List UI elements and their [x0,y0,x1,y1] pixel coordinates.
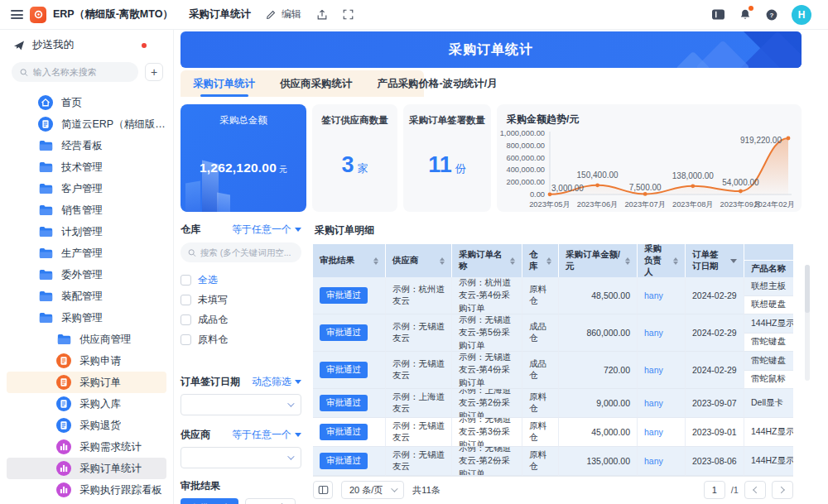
sidebar-item-10[interactable]: 采购管理 [7,307,166,329]
sidebar-item-17[interactable]: 采购订单统计 [7,458,166,479]
owner-cell[interactable]: hany [637,314,685,352]
sidebar-item-18[interactable]: 采购执行跟踪看板 [7,479,166,501]
sidebar-item-9[interactable]: 装配管理 [7,286,166,307]
table-row[interactable]: 审批通过示例：杭州道友云示例：杭州道友云-第4份采购订单原料仓48,500.00… [313,277,793,314]
approval-option-0[interactable]: 审批通过 [181,498,238,504]
owner-cell[interactable]: hany [637,418,685,447]
column-header-3[interactable]: 仓库 [522,244,558,277]
sort-icon[interactable] [546,257,551,265]
product-name-cell: 雷蛇键盘 [744,333,793,352]
doc-icon [56,375,71,390]
help-button[interactable]: ? [765,8,778,22]
sidebar-item-2[interactable]: 经营看板 [7,135,166,156]
app-logo-icon[interactable] [30,7,46,23]
sidebar-item-1[interactable]: 简道云ERP（精细版-离散MT... [7,113,166,135]
table-scrollbar[interactable] [805,265,810,381]
tab-0[interactable]: 采购订单统计 [181,70,267,97]
panel-icon [711,8,725,21]
sidebar-item-13[interactable]: 采购订单 [7,372,166,393]
edit-button[interactable]: 编辑 [266,7,301,22]
product-cells: 144HZ显示器 [744,447,793,476]
warehouse-option-1[interactable]: 未填写 [181,290,301,310]
approval-badge: 审批通过 [320,395,368,411]
fullscreen-button[interactable] [343,9,354,20]
user-avatar[interactable]: H [792,5,811,25]
owner-cell[interactable]: hany [637,447,685,476]
sidebar-item-15[interactable]: 采购退货 [7,415,166,436]
owner-cell[interactable]: hany [637,277,685,314]
sign-date-operator-dropdown[interactable]: 动态筛选 [252,375,301,389]
sidebar-item-3[interactable]: 技术管理 [7,156,166,178]
column-header-2[interactable]: 采购订单名称 [451,244,522,277]
warehouse-operator-dropdown[interactable]: 等于任意一个 [232,223,301,237]
card-decor [185,180,200,212]
copy-to-me-item[interactable]: 抄送我的 [0,30,173,57]
supplier-operator-dropdown[interactable]: 等于任意一个 [232,428,301,442]
sidebar-item-14[interactable]: 采购入库 [7,393,166,415]
warehouse-option-2[interactable]: 成品仓 [181,310,301,329]
page-size-select[interactable]: 20 条/页 [341,481,404,499]
stat-card-supplier-count[interactable]: 签订供应商数量 3家 [312,104,397,212]
tab-2[interactable]: 产品采购价格-波动统计/月 [365,70,510,97]
next-page-button[interactable] [772,481,793,499]
stat-title: 采购订单签署数量 [403,104,491,127]
sidebar-item-6[interactable]: 计划管理 [7,221,166,242]
checkbox[interactable] [181,314,191,325]
tab-1[interactable]: 供应商采购统计 [267,70,365,97]
column-header-4[interactable]: 采购订单金额/元 [558,244,637,277]
stat-card-total-amount[interactable]: 采购总金额 1,262,120.00元 [181,104,306,212]
sort-icon[interactable] [625,257,630,265]
sign-date-select[interactable] [181,394,301,415]
checkbox[interactable] [181,275,191,286]
add-button[interactable]: + [145,63,163,81]
sidebar-item-7[interactable]: 生产管理 [7,242,166,264]
sidebar-item-16[interactable]: 采购需求统计 [7,436,166,458]
sort-desc-icon[interactable] [730,259,737,263]
stat-card-order-count[interactable]: 采购订单签署数量 11份 [403,104,491,212]
column-header-6[interactable]: 订单签订日期 [685,244,744,277]
column-header-5[interactable]: 采购负责人 [637,244,685,277]
table-row[interactable]: 审批通过示例：上海道友云示例：上海道友云-第2份采购订单原料仓9,000.00h… [313,389,793,418]
table-row[interactable]: 审批通过示例：无锡道友云示例：无锡道友云-第2份采购订单原料仓135,000.0… [313,447,793,476]
supplier-select[interactable] [181,447,301,468]
sort-icon[interactable] [510,257,515,265]
sidebar-item-0[interactable]: 首页 [7,92,166,113]
warehouse-search-input[interactable] [200,247,294,257]
owner-cell[interactable]: hany [637,352,685,389]
sidebar-item-11[interactable]: 供应商管理 [7,329,166,350]
menu-icon[interactable] [11,10,23,19]
order-name-cell: 示例：无锡道友云-第2份采购订单 [451,447,522,476]
checkbox[interactable] [181,295,191,305]
column-header-0[interactable]: 审批结果 [313,244,385,277]
column-header-1[interactable]: 供应商 [385,244,451,277]
sidebar-search-input[interactable] [33,67,130,77]
doc-icon [56,418,71,433]
warehouse-option-0[interactable]: 全选 [181,270,301,290]
warehouse-search-box[interactable] [181,242,301,262]
owner-cell[interactable]: hany [637,389,685,418]
share-button[interactable] [316,9,328,21]
sort-icon[interactable] [373,257,378,265]
table-row[interactable]: 审批通过示例：无锡道友云示例：无锡道友云-第5份采购订单成品仓860,000.0… [313,314,793,352]
warehouse-cell: 原料仓 [522,277,558,314]
table-row[interactable]: 审批通过示例：无锡道友云示例：无锡道友云-第3份采购订单原料仓45,000.00… [313,418,793,447]
warehouse-option-3[interactable]: 原料仓 [181,329,301,349]
table-row[interactable]: 审批通过示例：无锡道友云示例：无锡道友云-第4份采购订单成品仓720.00han… [313,352,793,389]
chart-icon [56,461,71,476]
sort-icon[interactable] [440,257,445,265]
sidebar-item-8[interactable]: 委外管理 [7,264,166,286]
sidebar-item-4[interactable]: 客户管理 [7,178,166,199]
sidebar-item-5[interactable]: 销售管理 [7,199,166,221]
notifications-button[interactable] [739,8,752,22]
page-number-input[interactable]: 1 [704,481,725,499]
sidebar-item-19[interactable]: 库存管理 [7,501,166,504]
column-settings-button[interactable] [313,481,333,499]
prev-page-button[interactable] [744,481,766,499]
sidebar-item-12[interactable]: 采购申请 [7,350,166,372]
checkbox[interactable] [181,334,191,345]
sort-icon[interactable] [673,257,678,265]
approval-option-1[interactable]: 不通过 [245,498,296,504]
sidebar-search-box[interactable] [12,62,138,82]
svg-text:2023年06月: 2023年06月 [577,200,619,209]
panel-toggle-button[interactable] [711,8,725,21]
